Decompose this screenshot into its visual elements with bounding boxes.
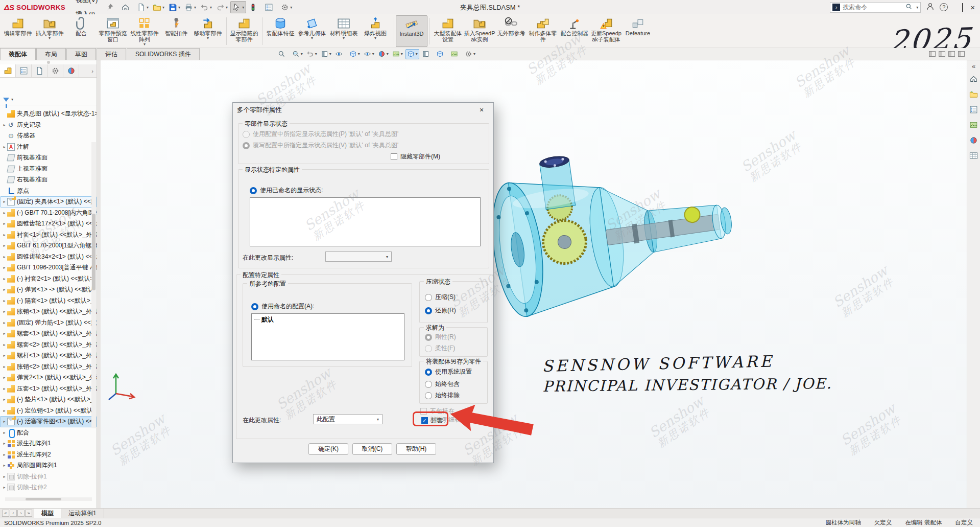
tree-item[interactable]: ▸ 历史记录 xyxy=(0,120,97,131)
ok-button[interactable]: 确定(K) xyxy=(308,443,348,455)
tree-vertical-scrollbar[interactable] xyxy=(91,142,96,428)
pane-previous-icon[interactable] xyxy=(939,51,945,57)
use-named-configuration-radio[interactable] xyxy=(251,303,258,310)
expand-arrow-icon[interactable]: ▸ xyxy=(2,309,7,314)
menu-item[interactable]: 视图(V) xyxy=(70,0,105,7)
dropdown-caret-icon[interactable]: ▾ xyxy=(162,5,164,10)
tree-item[interactable]: ▸ 右视基准面 xyxy=(0,174,97,186)
dropdown-caret-icon[interactable]: ▾ xyxy=(387,52,389,56)
dropdown-caret-icon[interactable]: ▾ xyxy=(401,52,403,56)
assembly-features-button[interactable]: 装配体特征 ▾ xyxy=(265,15,296,47)
dropdown-caret-icon[interactable]: ▾ xyxy=(329,52,331,56)
exploded-view-button[interactable]: 爆炸视图 ▾ xyxy=(360,15,391,47)
tree-item[interactable]: ▸ 胀销<1> (默认) <<默认>_外观 xyxy=(0,306,97,317)
options-list-button[interactable]: ▾ xyxy=(263,1,278,13)
view-palette-tab[interactable] xyxy=(969,121,978,131)
tree-item[interactable]: ▸ 派生孔阵列1 xyxy=(0,438,97,449)
tab-solidworks-addins[interactable]: SOLIDWORKS 插件 xyxy=(127,48,200,60)
expand-arrow-icon[interactable]: ▸ xyxy=(2,123,7,127)
tree-item[interactable]: ▸ 传感器 xyxy=(0,130,97,142)
expand-arrow-icon[interactable]: ▸ xyxy=(2,331,7,336)
tree-item[interactable]: ▸ (-) 隔套<1> (默认) <<默认>_ xyxy=(0,295,97,307)
perspective-button[interactable]: ▾ xyxy=(435,49,448,59)
collapse-task-pane-icon[interactable]: « xyxy=(972,62,975,70)
tree-item[interactable]: ▸ 上视基准面 xyxy=(0,164,97,175)
mate-controller-button[interactable]: 配合控制器 ▾ xyxy=(559,15,590,47)
dropdown-caret-icon[interactable]: ▾ xyxy=(311,36,313,40)
file-explorer-tab[interactable] xyxy=(969,105,978,116)
tree-item[interactable]: ▸ 局部圆周阵列1 xyxy=(0,460,97,471)
use-system-settings-radio[interactable] xyxy=(425,369,432,376)
panel-flyout-icon[interactable]: › xyxy=(88,64,97,77)
bom-button[interactable]: 材料明细表 ▾ xyxy=(328,15,360,47)
apply-scene-button[interactable]: ▾ xyxy=(391,49,404,59)
pane-next-icon[interactable] xyxy=(948,51,955,57)
select-button[interactable]: ▾ xyxy=(230,1,246,13)
tree-item[interactable]: ▸ 衬套<1> (默认) <<默认>_外观 xyxy=(0,230,97,241)
expand-arrow-icon[interactable]: ▸ xyxy=(2,287,7,292)
appearances-scenes-tab[interactable] xyxy=(969,136,978,147)
command-search[interactable]: › ▾ xyxy=(830,2,921,13)
dropdown-caret-icon[interactable]: ▾ xyxy=(315,52,317,56)
tree-item[interactable]: ▸ (-) 弹簧<1> -> (默认) <<默认 xyxy=(0,284,97,295)
expand-arrow-icon[interactable]: ▸ xyxy=(2,419,7,424)
design-library-tab[interactable] xyxy=(969,90,978,101)
dropdown-caret-icon[interactable]: ▾ xyxy=(374,36,376,40)
expand-arrow-icon[interactable]: ▸ xyxy=(2,452,7,457)
expand-arrow-icon[interactable]: ▸ xyxy=(2,221,7,226)
cancel-button[interactable]: 取消(C) xyxy=(352,443,392,455)
new-document-button[interactable]: ▾ xyxy=(135,1,150,13)
tree-item[interactable]: ▸ 胀销<2> (默认) <<默认>_外观 xyxy=(0,361,97,373)
tree-item[interactable]: ▸ 派生孔阵列2 xyxy=(0,449,97,461)
pane-split-icon[interactable] xyxy=(929,51,936,57)
tree-item[interactable]: ▸ 圆锥齿轮17×2<1> (默认) <<默 xyxy=(0,218,97,230)
tab-dimxpert-manager[interactable] xyxy=(47,64,63,77)
user-account-icon[interactable] xyxy=(926,2,935,12)
search-input[interactable] xyxy=(843,4,903,11)
smart-fasteners-button[interactable]: 智能扣件 ▾ xyxy=(160,15,192,47)
insert-component-button[interactable]: 插入零部件 ▾ xyxy=(34,15,65,47)
always-exclude-radio[interactable] xyxy=(425,392,432,399)
custom-properties-tab[interactable] xyxy=(969,151,978,162)
home-button[interactable]: ▾ xyxy=(119,1,134,13)
tree-item[interactable]: ▸ (固定) 夹具体<1> (默认) <<默认 xyxy=(0,196,97,208)
tree-item[interactable]: ▸ (固定) 弹力筋<1> (默认) <<默 xyxy=(0,317,97,329)
expand-arrow-icon[interactable]: ▸ xyxy=(2,265,7,270)
use-named-display-state-radio[interactable] xyxy=(250,187,257,194)
tree-item[interactable]: ▸ 螺杆<1> (默认) <<默认>_外观 xyxy=(0,350,97,361)
tree-horizontal-scrollbar[interactable] xyxy=(5,497,92,501)
component-preview-window-button[interactable]: 零部件预览窗口 ▾ xyxy=(97,15,129,47)
reference-geometry-button[interactable]: 参考几何体 ▾ xyxy=(296,15,328,47)
pin-toolbar-icon[interactable] xyxy=(105,1,116,13)
scroll-first-icon[interactable]: « xyxy=(2,510,9,517)
panel-splitter-handle[interactable] xyxy=(0,60,97,64)
dropdown-caret-icon[interactable]: ▾ xyxy=(290,5,292,10)
dropdown-caret-icon[interactable]: ▾ xyxy=(178,5,180,10)
edit-appearance-button[interactable]: ▾ xyxy=(377,49,390,59)
scroll-last-icon[interactable]: » xyxy=(25,510,32,517)
display-state-list[interactable] xyxy=(250,197,481,246)
undo-button[interactable]: ▾ xyxy=(199,1,213,13)
expand-arrow-icon[interactable]: ▸ xyxy=(2,233,7,237)
change-properties-dropdown[interactable]: 此配置 ▾ xyxy=(313,414,383,424)
display-style-button[interactable]: ▾ xyxy=(348,49,361,59)
scroll-left-icon[interactable]: ‹ xyxy=(10,510,17,517)
dropdown-caret-icon[interactable]: ▾ xyxy=(226,5,228,10)
expand-arrow-icon[interactable]: ▸ xyxy=(2,463,7,468)
configuration-list-item[interactable]: 默认 xyxy=(252,314,404,324)
home-tab[interactable] xyxy=(969,75,978,85)
tree-item[interactable]: ▸ 弹簧2<1> (默认) <<默认>_外观 xyxy=(0,372,97,383)
envelope-checkbox[interactable]: ✓ xyxy=(421,417,428,424)
show-hidden-components-button[interactable]: 显示隐藏的零部件 ▾ xyxy=(228,15,260,47)
dropdown-caret-icon[interactable]: ▾ xyxy=(194,5,196,10)
dropdown-caret-icon[interactable]: ▾ xyxy=(358,52,360,56)
expand-arrow-icon[interactable]: ▸ xyxy=(2,364,7,369)
shadows-button[interactable]: ▾ xyxy=(421,49,434,59)
close-button[interactable]: × xyxy=(970,4,975,11)
mate-button[interactable]: 配合 ▾ xyxy=(65,15,97,47)
dropdown-caret-icon[interactable]: ▾ xyxy=(147,5,149,10)
expand-arrow-icon[interactable]: ▸ xyxy=(2,255,7,259)
expand-arrow-icon[interactable]: ▸ xyxy=(2,243,7,248)
tree-item[interactable]: ▸ (-) 垫片<1> (默认) <<默认>_ xyxy=(0,394,97,405)
hide-component-checkbox[interactable] xyxy=(391,153,397,160)
